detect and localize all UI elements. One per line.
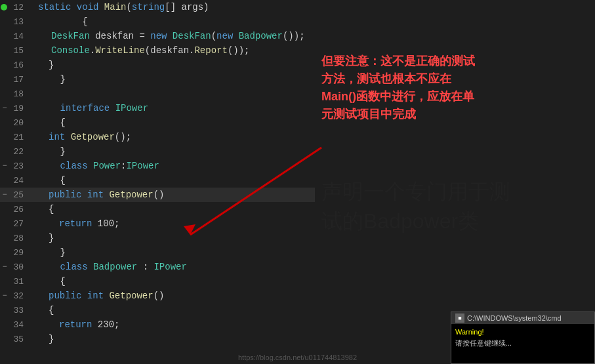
table-row: − 32 public int Getpower() (0, 289, 315, 303)
editor-container: 12 static void Main(string[] args) 13 { (0, 0, 595, 364)
line-indicator: − (0, 161, 9, 171)
line-gutter: 27 (0, 216, 35, 231)
line-number: 16 (9, 60, 28, 70)
line-indicator: − (0, 291, 9, 300)
table-row: 33 { (0, 303, 315, 317)
line-content (35, 87, 315, 101)
line-content: return 100; (35, 216, 315, 231)
annotation-bottom: 声明一个专门用于测 试的Badpower类 (321, 177, 577, 236)
table-row: 29 } (0, 245, 315, 260)
line-number: 22 (9, 147, 28, 157)
line-gutter: 33 (0, 303, 35, 317)
line-gutter: 31 (0, 274, 35, 289)
terminal-content: Warning! 请按任意键继续... (451, 324, 594, 351)
line-number: 27 (9, 219, 28, 229)
line-content: Console.WriteLine(deskfan.Report()); (35, 43, 315, 58)
line-number: 35 (9, 334, 28, 344)
table-row: 13 { (0, 14, 315, 29)
line-number: 21 (9, 132, 28, 142)
line-content: { (35, 173, 315, 188)
line-gutter: 35 (0, 332, 35, 346)
table-row: − 25 public int Getpower() (0, 188, 315, 202)
table-row: − 30 class Badpower : IPower (0, 260, 315, 274)
line-gutter: 15 (0, 43, 35, 58)
line-gutter: − 23 (0, 159, 35, 173)
line-gutter: 13 (0, 14, 35, 29)
terminal-title: C:\WINDOWS\system32\cmd (467, 314, 562, 322)
line-number: 26 (9, 205, 28, 214)
line-number: 24 (9, 176, 28, 186)
table-row: 34 return 230; (0, 317, 315, 332)
line-indicator (0, 4, 9, 10)
line-content: } (35, 58, 315, 72)
line-number: 19 (9, 104, 28, 113)
line-content: { (35, 14, 315, 29)
table-row: 28 } (0, 231, 315, 245)
line-content: return 230; (35, 317, 315, 332)
line-indicator: − (0, 104, 9, 113)
table-row: 16 } (0, 58, 315, 72)
line-gutter: 24 (0, 173, 35, 188)
line-number: 12 (9, 3, 28, 12)
line-number: 34 (9, 320, 28, 330)
table-row: − 23 class Power:IPower (0, 159, 315, 173)
table-row: 27 return 100; (0, 216, 315, 231)
line-content: { (35, 303, 315, 317)
line-content: } (35, 245, 315, 260)
terminal-hint: 请按任意键继续... (455, 338, 590, 349)
table-row: 18 (0, 87, 315, 101)
table-row: 26 { (0, 202, 315, 216)
line-content: { (35, 274, 315, 289)
line-content: class Badpower : IPower (35, 260, 315, 274)
table-row: 21 int Getpower(); (0, 130, 315, 144)
line-number: 15 (9, 46, 28, 56)
line-content: class Power:IPower (35, 159, 315, 173)
table-row: − 19 interface IPower (0, 101, 315, 115)
table-row: 31 { (0, 274, 315, 289)
terminal-icon: ■ (455, 313, 464, 323)
line-content: interface IPower (35, 101, 315, 115)
line-gutter: 21 (0, 130, 35, 144)
line-content: } (35, 231, 315, 245)
line-gutter: 14 (0, 29, 35, 43)
table-row: 14 DeskFan deskfan = new DeskFan(new Bad… (0, 29, 315, 43)
table-row: 24 { (0, 173, 315, 188)
line-content: public int Getpower() (35, 289, 315, 303)
watermark: https://blog.csdn.net/u011744813982 (238, 354, 357, 361)
table-row: 22 } (0, 144, 315, 159)
line-number: 23 (9, 161, 28, 171)
annotation-top: 但要注意：这不是正确的测试 方法，测试也根本不应在 Main()函数中进行，应放… (321, 52, 577, 123)
line-number: 30 (9, 262, 28, 272)
line-number: 20 (9, 118, 28, 128)
code-area: 12 static void Main(string[] args) 13 { (0, 0, 315, 364)
line-content: { (35, 202, 315, 216)
line-indicator: − (0, 262, 9, 272)
annotation-area: 但要注意：这不是正确的测试 方法，测试也根本不应在 Main()函数中进行，应放… (315, 0, 595, 364)
table-row: 15 Console.WriteLine(deskfan.Report()); (0, 43, 315, 58)
line-gutter: − 25 (0, 188, 35, 202)
line-number: 28 (9, 233, 28, 243)
line-gutter: − 30 (0, 260, 35, 274)
line-content: static void Main(string[] args) (35, 0, 315, 14)
line-gutter: − 19 (0, 101, 35, 115)
table-row: 17 } (0, 72, 315, 87)
line-number: 13 (9, 17, 28, 27)
line-number: 17 (9, 75, 28, 85)
terminal-window: ■ C:\WINDOWS\system32\cmd Warning! 请按任意键… (451, 312, 595, 364)
line-content: } (35, 144, 315, 159)
line-number: 14 (9, 31, 28, 41)
line-gutter: 29 (0, 245, 35, 260)
table-row: 20 { (0, 115, 315, 130)
terminal-titlebar: ■ C:\WINDOWS\system32\cmd (451, 312, 594, 324)
line-gutter: 20 (0, 115, 35, 130)
line-content: } (35, 332, 315, 346)
line-number: 31 (9, 277, 28, 287)
table-row: 35 } (0, 332, 315, 346)
line-number: 29 (9, 248, 28, 258)
line-content: public int Getpower() (35, 188, 315, 202)
line-gutter: 12 (0, 0, 35, 14)
line-number: 33 (9, 306, 28, 315)
line-indicator: − (0, 190, 9, 199)
table-row: 12 static void Main(string[] args) (0, 0, 315, 14)
line-content: int Getpower(); (35, 130, 315, 144)
